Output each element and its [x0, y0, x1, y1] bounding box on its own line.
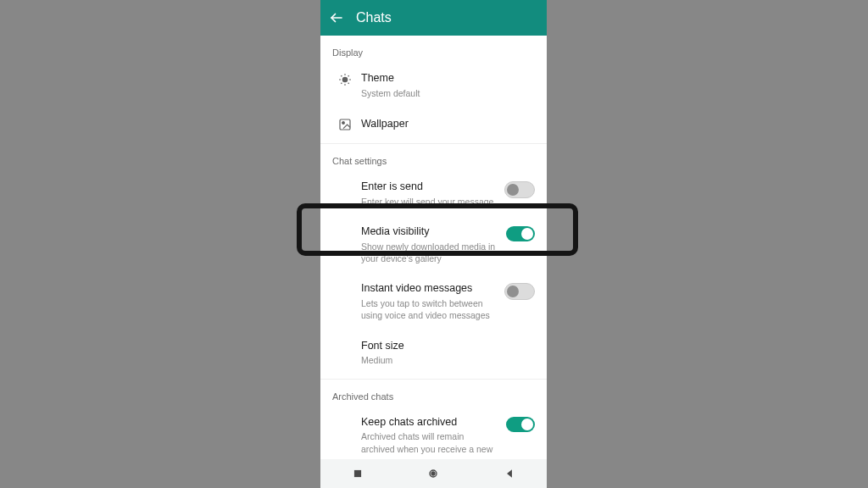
row-wallpaper[interactable]: Wallpaper — [320, 108, 547, 140]
media-vis-toggle[interactable] — [506, 226, 535, 241]
svg-line-9 — [348, 75, 349, 76]
wallpaper-icon — [332, 116, 358, 131]
phone-frame: Chats Display Theme System default Wallp… — [320, 0, 547, 488]
row-font-size[interactable]: Font size Medium — [320, 330, 547, 375]
instant-vid-toggle[interactable] — [504, 283, 535, 300]
row-keep-archived[interactable]: Keep chats archived Archived chats will … — [320, 407, 547, 459]
enter-send-subtitle: Enter key will send your message — [361, 196, 498, 208]
instant-vid-subtitle: Lets you tap to switch between using voi… — [361, 297, 498, 321]
keep-archived-toggle[interactable] — [506, 417, 535, 432]
app-bar: Chats — [320, 0, 547, 36]
section-display-label: Display — [320, 36, 547, 63]
theme-title: Theme — [361, 71, 528, 86]
font-size-title: Font size — [361, 339, 528, 353]
row-instant-video[interactable]: Instant video messages Lets you tap to s… — [320, 273, 547, 330]
theme-subtitle: System default — [361, 87, 528, 99]
nav-back-button[interactable] — [504, 468, 515, 480]
media-vis-subtitle: Show newly downloaded media in your devi… — [361, 241, 499, 264]
svg-line-8 — [341, 83, 342, 84]
svg-point-11 — [342, 122, 345, 125]
enter-send-toggle[interactable] — [504, 181, 535, 198]
row-theme[interactable]: Theme System default — [320, 63, 547, 108]
back-icon[interactable] — [329, 10, 344, 25]
section-chat-label: Chat settings — [320, 144, 547, 171]
svg-rect-10 — [340, 119, 350, 130]
svg-line-6 — [341, 75, 342, 76]
home-button[interactable] — [426, 467, 440, 480]
theme-icon — [332, 71, 358, 86]
settings-list: Display Theme System default Wallpaper C… — [320, 36, 547, 459]
svg-point-14 — [431, 472, 435, 475]
svg-line-7 — [348, 83, 349, 84]
recent-apps-button[interactable] — [352, 468, 364, 480]
page-title: Chats — [356, 10, 392, 25]
android-nav-bar — [320, 459, 547, 488]
svg-point-1 — [342, 77, 348, 83]
enter-send-title: Enter is send — [361, 180, 498, 194]
row-media-visibility[interactable]: Media visibility Show newly downloaded m… — [320, 216, 547, 273]
font-size-subtitle: Medium — [361, 354, 528, 366]
wallpaper-title: Wallpaper — [361, 117, 528, 131]
row-enter-is-send[interactable]: Enter is send Enter key will send your m… — [320, 171, 547, 216]
media-vis-title: Media visibility — [361, 225, 499, 239]
instant-vid-title: Instant video messages — [361, 281, 498, 296]
keep-archived-subtitle: Archived chats will remain archived when… — [361, 430, 499, 459]
section-archived-label: Archived chats — [320, 380, 547, 407]
svg-rect-12 — [354, 470, 361, 477]
keep-archived-title: Keep chats archived — [361, 415, 499, 430]
